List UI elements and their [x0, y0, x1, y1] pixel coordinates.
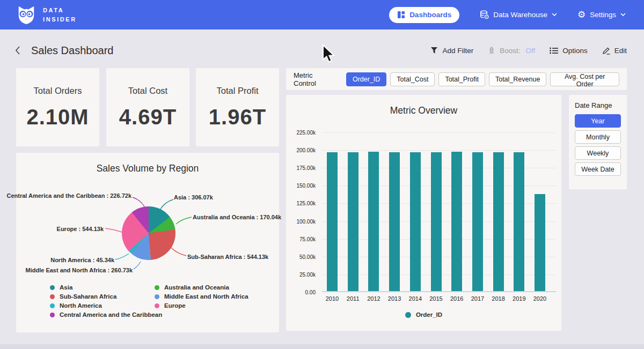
kpi-label: Total Cost	[106, 86, 189, 96]
legend-label: Asia	[60, 284, 72, 291]
settings-label: Settings	[590, 11, 616, 19]
legend-dot	[50, 294, 55, 299]
x-tick-2018: 2018	[487, 295, 510, 302]
legend-label: Australia and Oceania	[164, 284, 229, 291]
y-tick: 75.00k	[286, 236, 316, 243]
pie-callout-sub-saharan-africa: Sub-Saharan Africa : 544.13k	[187, 254, 268, 260]
rocket-icon	[488, 47, 495, 55]
page-header: Sales Dashboard Add Filter Boost: Off	[15, 42, 627, 59]
owl-logo-icon	[16, 5, 36, 25]
legend-dot	[50, 303, 55, 308]
x-tick-2011: 2011	[341, 295, 365, 302]
boost-toggle[interactable]: Boost: Off	[488, 47, 535, 55]
kpi-card-total-orders: Total Orders 2.10M	[16, 68, 99, 146]
pie-legend-item-asia[interactable]: Asia	[50, 284, 162, 291]
database-icon	[480, 10, 489, 19]
metric-chip-total-revenue[interactable]: Total_Revenue	[489, 72, 546, 86]
date-range-weekly[interactable]: Weekly	[575, 146, 621, 160]
bar-2011[interactable]	[348, 152, 358, 291]
chevron-down-icon	[620, 13, 626, 17]
pie-chart-title: Sales Volume by Region	[16, 153, 279, 174]
y-tick: 225.00k	[286, 130, 316, 136]
date-range-monthly[interactable]: Monthly	[575, 130, 621, 144]
y-tick: 200.00k	[286, 147, 316, 154]
y-tick: 175.00k	[286, 165, 316, 172]
y-tick: 0.00	[286, 289, 316, 296]
x-tick-2019: 2019	[507, 295, 531, 302]
bar-chart-title: Metric Overview	[286, 95, 561, 116]
brand-line2: INSIDER	[43, 15, 77, 24]
pie-legend-item-sub-saharan-africa[interactable]: Sub-Saharan Africa	[50, 293, 162, 300]
date-range-card: Date Range YearMonthlyWeeklyWeek Date	[569, 95, 627, 189]
kpi-card-total-profit: Total Profit 1.96T	[196, 68, 279, 146]
bar-2020[interactable]	[535, 194, 545, 291]
brand-line1: DATA	[43, 6, 77, 15]
x-tick-2017: 2017	[466, 295, 489, 302]
page-title: Sales Dashboard	[31, 44, 113, 57]
metric-chip-order-id[interactable]: Order_ID	[346, 72, 386, 86]
options-button[interactable]: Options	[550, 47, 588, 55]
pie-callout-asia: Asia : 306.07k	[174, 194, 213, 201]
pie-legend-item-europe[interactable]: Europe	[155, 302, 248, 309]
kpi-label: Total Profit	[196, 86, 279, 96]
add-filter-label: Add Filter	[442, 47, 473, 55]
gridline	[322, 132, 556, 133]
date-range-buttons: YearMonthlyWeeklyWeek Date	[575, 114, 621, 176]
bar-2017[interactable]	[472, 152, 483, 291]
pie-legend-column-2: Australia and OceaniaMiddle East and Nor…	[155, 284, 248, 311]
date-range-year[interactable]: Year	[575, 114, 621, 128]
header-actions: Add Filter Boost: Off Options	[430, 47, 627, 55]
metric-chip-total-cost[interactable]: Total_Cost	[390, 72, 435, 86]
gridline	[322, 150, 556, 151]
navbar-menu: Dashboards Data Warehouse ⚙ Setting	[389, 7, 626, 23]
pie-callout-australia-oceania: Australia and Oceania : 170.04k	[193, 214, 281, 220]
bar-2010[interactable]	[327, 152, 338, 291]
app-window: DATA INSIDER Dashboards	[0, 0, 644, 349]
pie-legend-item-middle-east-and-north-africa[interactable]: Middle East and North Africa	[155, 293, 248, 300]
data-warehouse-label: Data Warehouse	[493, 11, 547, 19]
bar-2015[interactable]	[431, 152, 442, 291]
brand: DATA INSIDER	[16, 5, 77, 25]
metric-chip-total-profit[interactable]: Total_Profit	[438, 72, 485, 86]
kpi-label: Total Orders	[16, 86, 99, 96]
bar-2019[interactable]	[514, 152, 524, 291]
bar-2014[interactable]	[410, 152, 421, 291]
filter-funnel-icon	[430, 47, 438, 54]
edit-button[interactable]: Edit	[602, 47, 627, 55]
x-tick-2014: 2014	[404, 295, 427, 302]
date-range-week-date[interactable]: Week Date	[575, 162, 621, 176]
pie-callout-central-america-caribbean: Central America and the Caribbean : 226.…	[6, 192, 131, 199]
y-tick: 25.00k	[286, 272, 316, 278]
bar-plot-area	[322, 132, 556, 292]
pie-legend-item-north-america[interactable]: North America	[50, 302, 162, 309]
bar-2013[interactable]	[389, 152, 400, 291]
bar-chart-legend: Order_ID	[286, 311, 561, 318]
data-warehouse-menu[interactable]: Data Warehouse	[480, 10, 557, 19]
pie-legend-item-australia-and-oceania[interactable]: Australia and Oceania	[155, 284, 248, 291]
dashboards-button[interactable]: Dashboards	[389, 7, 459, 23]
y-tick: 50.00k	[286, 254, 316, 261]
x-axis-labels: 2010201120122013201420152016201720182019…	[322, 295, 556, 303]
bar-2012[interactable]	[368, 152, 379, 291]
legend-dot	[155, 303, 159, 308]
back-button[interactable]	[15, 44, 26, 56]
dashboards-label: Dashboards	[409, 11, 451, 19]
pie-chart[interactable]	[122, 206, 175, 260]
x-tick-2010: 2010	[320, 295, 344, 302]
top-navbar: DATA INSIDER Dashboards	[0, 0, 644, 29]
boost-state: Off	[525, 47, 535, 55]
options-label: Options	[562, 47, 588, 55]
legend-label: North America	[60, 302, 102, 309]
x-tick-2013: 2013	[383, 295, 406, 302]
bar-2018[interactable]	[493, 152, 504, 291]
kpi-value: 4.69T	[106, 105, 189, 129]
bar-2016[interactable]	[451, 152, 462, 291]
metric-chip-avg-cost-per-order[interactable]: Avg. Cost per Order	[550, 72, 619, 86]
pie-legend-item-central-america-and-the-caribbean[interactable]: Central America and the Caribbean	[50, 311, 162, 318]
legend-label: Europe	[164, 302, 186, 309]
bar-chart-card: Metric Overview 225.00k200.00k175.00k150…	[286, 95, 561, 331]
date-range-label: Date Range	[575, 101, 621, 109]
settings-menu[interactable]: ⚙ Settings	[577, 10, 626, 19]
add-filter-button[interactable]: Add Filter	[430, 47, 473, 55]
gear-icon: ⚙	[577, 10, 586, 19]
